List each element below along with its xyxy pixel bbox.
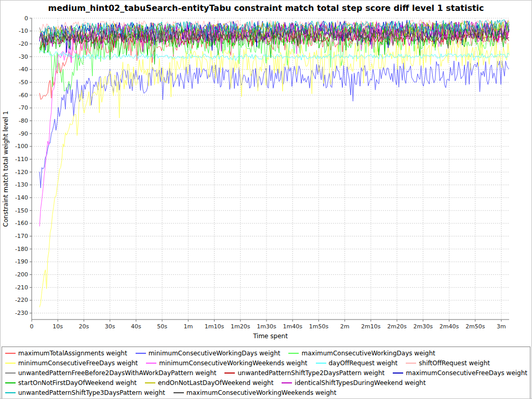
legend-line-icon xyxy=(136,353,146,354)
y-tick-label: -170 xyxy=(15,233,28,240)
legend-line-icon xyxy=(5,392,16,393)
legend-item: minimumConsecutiveWorkingWeekends weight xyxy=(146,360,307,367)
x-tick-label: 40s xyxy=(131,323,141,330)
y-axis-label: Constraint match total weight level 1 xyxy=(2,111,9,227)
legend-item: maximumConsecutiveWorkingWeekends weight xyxy=(174,389,337,396)
chart-legend: maximumTotalAssignments weightminimumCon… xyxy=(2,347,530,399)
y-tick-label: 0 xyxy=(24,15,28,22)
y-tick-label: -110 xyxy=(15,156,28,163)
chart-page: medium_hint02_tabuSearch-entityTabu cons… xyxy=(0,0,532,399)
y-tick-label: -230 xyxy=(15,310,28,316)
legend-label: maximumTotalAssignments weight xyxy=(18,350,127,357)
y-tick-label: -150 xyxy=(15,207,28,214)
legend-item: shiftOffRequest weight xyxy=(406,360,490,367)
y-tick-label: -140 xyxy=(15,194,28,201)
legend-item: maximumConsecutiveWorkingDays weight xyxy=(288,350,435,357)
x-tick-label: 1m xyxy=(183,323,193,330)
legend-line-icon xyxy=(406,363,416,364)
y-tick-label: -100 xyxy=(15,143,28,150)
legend-line-icon xyxy=(5,353,16,354)
y-tick-label: -90 xyxy=(19,130,28,137)
x-tick-label: 1m30s xyxy=(257,323,276,330)
x-tick-label: 3m xyxy=(497,323,506,330)
plot-background xyxy=(32,18,509,320)
legend-item: unwantedPatternShiftType3DaysPattern wei… xyxy=(5,389,165,396)
x-tick-label: 2m10s xyxy=(361,323,381,330)
legend-label: shiftOffRequest weight xyxy=(419,360,490,367)
x-tick-label: 1m50s xyxy=(309,323,329,330)
x-tick-label: 2m40s xyxy=(440,323,459,330)
x-tick-label: 0 xyxy=(30,323,34,330)
y-tick-label: -30 xyxy=(19,54,28,60)
y-tick-label: -10 xyxy=(19,28,28,34)
legend-label: startOnNotFirstDayOfWeekend weight xyxy=(18,379,137,387)
chart-title: medium_hint02_tabuSearch-entityTabu cons… xyxy=(1,1,531,14)
y-tick-label: -20 xyxy=(19,41,28,47)
legend-line-icon xyxy=(224,373,235,374)
x-tick-label: 1m40s xyxy=(283,323,302,330)
legend-line-icon xyxy=(282,382,292,383)
x-tick-label: 10s xyxy=(52,323,63,330)
y-tick-label: -190 xyxy=(15,258,28,265)
legend-item: startOnNotFirstDayOfWeekend weight xyxy=(5,379,137,387)
x-tick-label: 2m20s xyxy=(387,323,407,330)
y-tick-label: -130 xyxy=(15,181,28,188)
x-axis-label: Time spent xyxy=(252,332,288,340)
legend-item: maximumConsecutiveFreeDays weight xyxy=(393,369,527,377)
legend-label: unwantedPatternFreeBefore2DaysWithAWorkD… xyxy=(18,369,216,377)
y-tick-label: -40 xyxy=(19,66,28,73)
legend-line-icon xyxy=(316,363,326,364)
legend-label: unwantedPatternShiftType2DaysPattern wei… xyxy=(237,369,384,377)
legend-line-icon xyxy=(5,373,16,374)
line-chart-plot: 010s20s30s40s50s1m1m10s1m20s1m30s1m40s1m… xyxy=(1,14,532,343)
y-tick-label: -220 xyxy=(15,297,28,303)
y-tick-label: -60 xyxy=(19,92,28,99)
legend-item: identicalShiftTypesDuringWeekend weight xyxy=(282,379,425,387)
legend-label: maximumConsecutiveWorkingWeekends weight xyxy=(187,389,337,396)
legend-line-icon xyxy=(5,363,16,364)
y-tick-label: -160 xyxy=(15,220,28,227)
legend-row: minimumConsecutiveFreeDays weightminimum… xyxy=(5,358,527,368)
legend-row: maximumTotalAssignments weightminimumCon… xyxy=(5,348,527,358)
legend-label: endOnNotLastDayOfWeekend weight xyxy=(158,379,273,387)
legend-item: endOnNotLastDayOfWeekend weight xyxy=(145,379,273,387)
legend-row: unwantedPatternShiftType3DaysPattern wei… xyxy=(5,388,527,397)
y-tick-label: -50 xyxy=(19,79,28,86)
y-tick-label: -80 xyxy=(19,117,28,124)
legend-line-icon xyxy=(393,373,403,374)
x-tick-label: 1m20s xyxy=(231,323,250,330)
legend-line-icon xyxy=(174,392,184,393)
x-tick-label: 30s xyxy=(105,323,115,330)
legend-item: dayOffRequest weight xyxy=(316,360,398,367)
legend-label: minimumConsecutiveWorkingWeekends weight xyxy=(159,360,307,367)
x-tick-label: 20s xyxy=(79,323,89,330)
legend-item: maximumTotalAssignments weight xyxy=(5,350,127,357)
legend-row: unwantedPatternFreeBefore2DaysWithAWorkD… xyxy=(5,368,527,378)
x-tick-label: 2m50s xyxy=(466,323,485,330)
legend-item: unwantedPatternFreeBefore2DaysWithAWorkD… xyxy=(5,369,216,377)
y-tick-label: -210 xyxy=(15,284,28,291)
legend-line-icon xyxy=(5,382,16,383)
y-tick-label: -70 xyxy=(19,104,28,111)
legend-label: dayOffRequest weight xyxy=(329,360,398,367)
legend-label: maximumConsecutiveFreeDays weight xyxy=(406,369,527,377)
legend-label: identicalShiftTypesDuringWeekend weight xyxy=(295,379,425,387)
legend-label: unwantedPatternShiftType3DaysPattern wei… xyxy=(18,389,165,396)
x-tick-label: 2m30s xyxy=(414,323,433,330)
x-tick-label: 2m xyxy=(340,323,350,330)
legend-row: startOnNotFirstDayOfWeekend weightendOnN… xyxy=(5,378,527,388)
legend-item: minimumConsecutiveFreeDays weight xyxy=(5,360,138,367)
y-tick-label: -120 xyxy=(15,169,28,176)
legend-line-icon xyxy=(288,353,299,354)
legend-label: minimumConsecutiveWorkingDays weight xyxy=(149,350,281,357)
legend-item: minimumConsecutiveWorkingDays weight xyxy=(136,350,281,357)
y-tick-label: -180 xyxy=(15,246,28,252)
x-tick-label: 1m10s xyxy=(205,323,224,330)
legend-item: unwantedPatternShiftType2DaysPattern wei… xyxy=(224,369,384,377)
legend-label: maximumConsecutiveWorkingDays weight xyxy=(301,350,435,357)
legend-line-icon xyxy=(146,363,156,364)
legend-line-icon xyxy=(145,382,155,383)
x-tick-label: 50s xyxy=(157,323,167,330)
legend-label: minimumConsecutiveFreeDays weight xyxy=(18,360,138,367)
y-tick-label: -200 xyxy=(15,271,28,278)
